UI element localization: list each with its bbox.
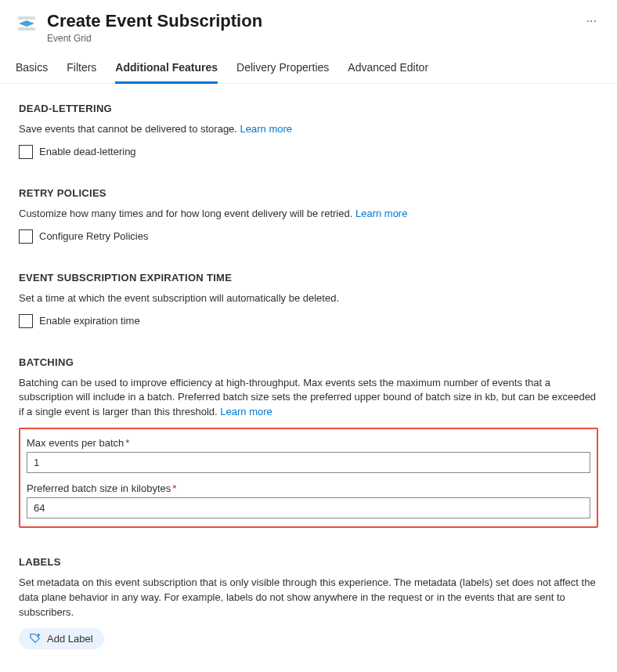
enable-expiration-label: Enable expiration time — [39, 315, 140, 327]
tab-advanced-editor[interactable]: Advanced Editor — [348, 53, 428, 83]
dead-lettering-desc: Save events that cannot be delivered to … — [19, 122, 598, 137]
tag-plus-icon — [30, 633, 41, 644]
dead-lettering-learn-more-link[interactable]: Learn more — [240, 123, 292, 135]
configure-retry-label: Configure Retry Policies — [39, 230, 148, 242]
retry-learn-more-link[interactable]: Learn more — [355, 208, 407, 219]
svg-rect-1 — [18, 27, 35, 31]
tab-filters[interactable]: Filters — [67, 53, 96, 83]
expiration-heading: EVENT SUBSCRIPTION EXPIRATION TIME — [19, 272, 598, 284]
retry-policies-desc: Customize how many times and for how lon… — [19, 207, 598, 222]
max-events-label: Max events per batch* — [27, 437, 590, 449]
add-label-text: Add Label — [47, 633, 93, 645]
batching-desc-block: Batching can be used to improve efficien… — [19, 376, 598, 421]
enable-dead-lettering-checkbox[interactable] — [19, 145, 33, 159]
page-title: Create Event Subscription — [47, 11, 569, 31]
retry-policies-heading: RETRY POLICIES — [19, 187, 598, 199]
batching-desc: Batching can be used to improve efficien… — [19, 377, 596, 418]
labels-desc: Set metadata on this event subscription … — [19, 576, 598, 620]
batch-size-label: Preferred batch size in kilobytes* — [27, 482, 590, 494]
dead-lettering-heading: DEAD-LETTERING — [19, 103, 598, 114]
tab-basics[interactable]: Basics — [16, 53, 48, 83]
expiration-desc: Set a time at which the event subscripti… — [19, 291, 598, 306]
max-events-input[interactable] — [27, 452, 590, 473]
batching-highlight-box: Max events per batch* Preferred batch si… — [19, 428, 598, 528]
tab-additional-features[interactable]: Additional Features — [115, 53, 218, 83]
batching-learn-more-link[interactable]: Learn more — [220, 406, 272, 417]
page-subtitle: Event Grid — [47, 33, 569, 44]
tab-delivery-properties[interactable]: Delivery Properties — [236, 53, 329, 83]
configure-retry-checkbox[interactable] — [19, 229, 33, 244]
enable-expiration-checkbox[interactable] — [19, 314, 33, 328]
enable-dead-lettering-label: Enable dead-lettering — [39, 146, 136, 157]
more-options-button[interactable]: ··· — [582, 11, 601, 31]
batching-heading: BATCHING — [19, 356, 598, 368]
add-label-button[interactable]: Add Label — [19, 628, 104, 649]
svg-rect-0 — [18, 16, 35, 20]
labels-heading: LABELS — [19, 556, 598, 568]
event-grid-icon — [16, 13, 38, 34]
batch-size-input[interactable] — [27, 497, 590, 518]
